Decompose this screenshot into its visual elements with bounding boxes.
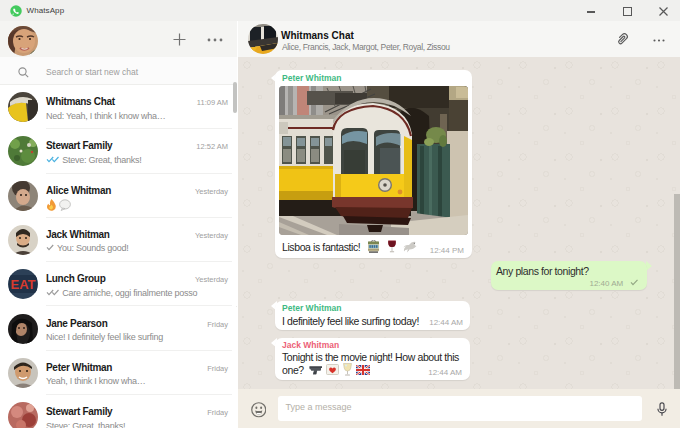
svg-text:EAT: EAT (10, 277, 35, 292)
